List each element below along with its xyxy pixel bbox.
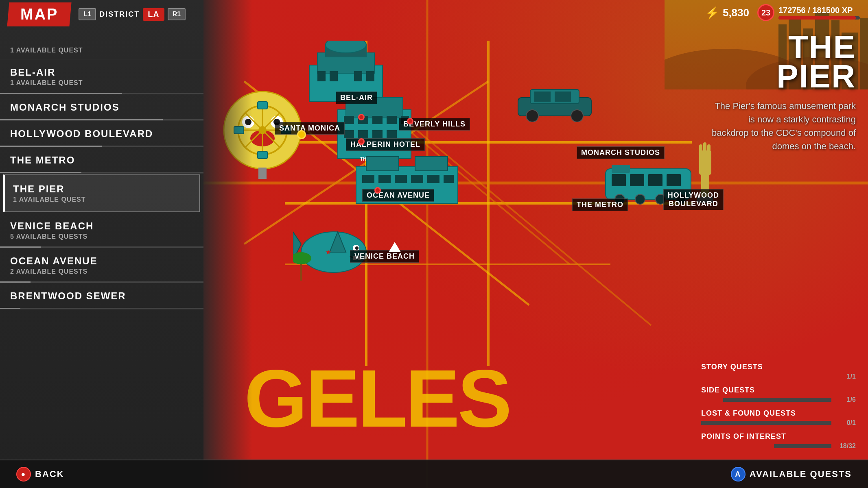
monarch-studios-label: MONARCH STUDIOS <box>577 146 665 159</box>
district-name-metro: THE METRO <box>10 155 193 166</box>
progress-bar-hollywood <box>0 146 203 147</box>
hud-xp: 23 172756 / 181500 XP <box>757 4 860 21</box>
available-quests-button[interactable]: A AVAILABLE QUESTS <box>731 467 852 481</box>
back-button[interactable]: ● BACK <box>16 467 64 481</box>
progress-bar-brentwood <box>0 308 203 309</box>
list-item-monarch-studios[interactable]: MONARCH STUDIOS <box>0 94 203 121</box>
poi-label: POINTS OF INTEREST <box>701 432 856 441</box>
lost-found-label: LOST & FOUND QUESTS <box>701 409 856 418</box>
level-badge: 23 <box>757 4 774 21</box>
list-item-brentwood[interactable]: BRENTWOOD SEWER <box>0 283 203 309</box>
side-quests-count: 1/6 <box>835 396 856 403</box>
svg-rect-78 <box>378 175 391 183</box>
quest-section: STORY QUESTS 1/1 SIDE QUESTS 1/6 LOST & … <box>701 363 856 455</box>
svg-rect-51 <box>387 116 397 124</box>
district-name-pier: THE PIER <box>13 183 191 195</box>
list-item-pier[interactable]: THE PIER 1 AVAILABLE QUEST <box>3 174 200 212</box>
svg-rect-69 <box>667 174 681 186</box>
lost-found-bar <box>701 421 831 425</box>
ocean-avenue-label: OCEAN AVENUE <box>362 189 434 202</box>
poi-bar-row: 18/32 <box>701 442 856 450</box>
district-quests-venice: 5 AVAILABLE QUESTS <box>10 233 193 240</box>
svg-rect-62 <box>534 92 551 102</box>
svg-rect-79 <box>395 175 407 183</box>
district-code: LA <box>143 8 164 21</box>
svg-rect-76 <box>415 157 448 171</box>
district-quests-pier: 1 AVAILABLE QUEST <box>13 196 191 203</box>
list-item-venice[interactable]: VENICE BEACH 5 AVAILABLE QUESTS <box>0 213 203 248</box>
svg-rect-44 <box>354 71 362 81</box>
district-quests-bel-air: 1 AVAILABLE QUEST <box>10 79 193 87</box>
svg-rect-56 <box>387 130 397 138</box>
location-title: THE PIER <box>709 33 856 91</box>
lost-found-row: LOST & FOUND QUESTS 0/1 <box>701 409 856 427</box>
progress-bar-bel-air <box>0 93 203 94</box>
progress-fill-monarch <box>0 119 163 120</box>
svg-rect-80 <box>411 175 423 183</box>
district-name-brentwood: BRENTWOOD SEWER <box>10 290 193 302</box>
district-name-ocean: OCEAN AVENUE <box>10 255 193 267</box>
bottom-bar: ● BACK A AVAILABLE QUESTS <box>0 460 868 488</box>
nav-left-btn[interactable]: L1 <box>79 8 96 20</box>
side-quests-bar <box>701 398 831 402</box>
svg-rect-48 <box>344 116 354 124</box>
progress-bar-ocean <box>0 281 203 283</box>
svg-point-71 <box>635 194 645 204</box>
svg-rect-81 <box>427 175 439 183</box>
list-item-ocean[interactable]: OCEAN AVENUE 2 AVAILABLE QUESTS <box>0 248 203 283</box>
svg-rect-53 <box>344 130 354 138</box>
svg-rect-77 <box>362 175 374 183</box>
list-item-metro[interactable]: THE METRO <box>0 147 203 174</box>
svg-rect-50 <box>372 116 383 124</box>
quests-btn-circle: A <box>731 467 746 481</box>
district-name-monarch: MONARCH STUDIOS <box>10 102 193 113</box>
list-item-bel-air[interactable]: BEL-AIR 1 AVAILABLE QUEST <box>0 59 203 94</box>
svg-rect-66 <box>612 174 626 186</box>
progress-fill-brentwood <box>0 308 20 309</box>
list-item-top-partial[interactable]: 1 AVAILABLE QUEST <box>0 41 203 59</box>
santa-monica-label: SANTA MONICA <box>275 122 345 135</box>
xp-bar-fill <box>778 16 856 20</box>
svg-rect-45 <box>366 71 374 81</box>
svg-rect-75 <box>366 157 399 171</box>
bel-air-dot <box>358 114 365 120</box>
halperin-hotel-label: HALPERIN HOTEL <box>346 138 425 151</box>
list-item-hollywood[interactable]: HOLLYWOOD BOULEVARD <box>0 121 203 147</box>
svg-point-61 <box>571 110 583 122</box>
poi-bar <box>701 444 831 448</box>
sidebar: MAP L1 DISTRICT LA R1 1 AVAILABLE QUEST … <box>0 0 203 488</box>
venice-shark-illustration: ★ <box>293 203 374 285</box>
svg-rect-37 <box>258 168 267 179</box>
progress-bar-monarch <box>0 119 203 120</box>
side-quests-row: SIDE QUESTS 1/6 <box>701 386 856 403</box>
quests-label: AVAILABLE QUESTS <box>750 469 852 479</box>
progress-fill-venice <box>0 246 41 248</box>
venice-beach-label: VENICE BEACH <box>350 250 419 263</box>
location-description: The Pier's famous amusement park is now … <box>709 99 856 153</box>
district-list: 1 AVAILABLE QUEST BEL-AIR 1 AVAILABLE QU… <box>0 41 203 488</box>
bel-air-label: BEL-AIR <box>336 92 377 104</box>
map-title-bg: MAP <box>7 2 72 26</box>
progress-fill-ocean <box>0 281 31 283</box>
side-quests-bar-row: 1/6 <box>701 396 856 403</box>
story-quests-bar <box>701 375 831 379</box>
hud-top-right: ⚡ 5,830 23 172756 / 181500 XP <box>705 4 860 21</box>
svg-rect-42 <box>317 71 326 81</box>
district-nav: L1 DISTRICT LA R1 <box>79 8 186 21</box>
santa-monica-dot <box>297 130 306 139</box>
lost-found-count: 0/1 <box>835 419 856 427</box>
xp-text: 172756 / 181500 XP <box>778 6 860 15</box>
nav-marker <box>389 242 401 252</box>
la-text: GELES <box>244 358 510 439</box>
nav-right-btn[interactable]: R1 <box>168 8 186 20</box>
halperin-dot <box>358 138 365 145</box>
progress-bar-venice <box>0 246 203 248</box>
district-name-hollywood: HOLLYWOOD BOULEVARD <box>10 128 193 139</box>
district-name-venice: VENICE BEACH <box>10 220 193 232</box>
svg-rect-68 <box>648 174 662 186</box>
story-quests-bar-row: 1/1 <box>701 373 856 380</box>
progress-fill-bel-air <box>0 93 122 94</box>
district-name-bel-air: BEL-AIR <box>10 67 193 78</box>
side-quests-label: SIDE QUESTS <box>701 386 856 394</box>
svg-text:★: ★ <box>326 249 331 255</box>
